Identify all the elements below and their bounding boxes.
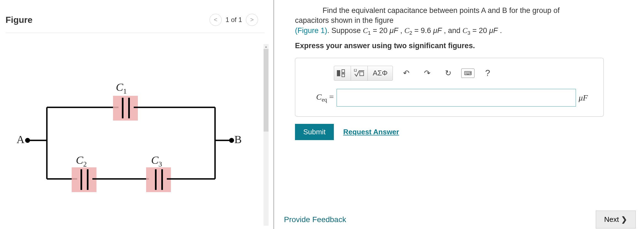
pager-label: 1 of 1 <box>226 16 242 24</box>
node-a-label: A <box>17 133 25 146</box>
reset-button[interactable]: ↻ <box>440 66 456 80</box>
figure-title: Figure <box>6 15 33 25</box>
prev-figure-button[interactable]: < <box>210 14 222 26</box>
svg-rect-13 <box>72 167 96 192</box>
svg-rect-27 <box>360 72 364 76</box>
svg-rect-17 <box>146 167 171 192</box>
figure-link[interactable]: (Figure 1) <box>295 26 327 35</box>
greek-button[interactable]: ΑΣΦ <box>368 66 393 80</box>
radical-icon <box>354 69 365 77</box>
figure-scrollbar[interactable]: ▲ <box>264 44 269 226</box>
node-b-label: B <box>234 133 242 146</box>
c1-label: C1 <box>116 81 127 95</box>
svg-rect-25 <box>342 74 345 77</box>
help-button[interactable]: ? <box>480 66 495 80</box>
radical-button[interactable] <box>351 66 368 80</box>
c2-label: C2 <box>76 154 87 168</box>
figure-header: Figure < 1 of 1 > <box>6 6 265 33</box>
chevron-left-icon: < <box>214 16 218 23</box>
answer-unit: μF <box>579 93 595 102</box>
answer-box: ΑΣΦ ↶ ↷ ↻ ⌨ ? Ceq = μF <box>295 58 604 117</box>
question-panel: Find the equivalent capacitance between … <box>284 0 644 229</box>
keyboard-button[interactable]: ⌨ <box>461 69 474 78</box>
footer-row: Provide Feedback Next ❯ <box>284 211 638 228</box>
svg-rect-23 <box>342 70 345 72</box>
chevron-right-icon: ❯ <box>621 215 627 224</box>
c3-label: C3 <box>151 154 162 168</box>
reset-icon: ↻ <box>445 69 451 78</box>
request-answer-link[interactable]: Request Answer <box>343 128 399 136</box>
answer-lhs: Ceq = <box>304 92 334 103</box>
circuit-diagram: A B C1 C2 C3 <box>11 66 254 220</box>
answer-input-row: Ceq = μF <box>304 89 595 107</box>
help-icon: ? <box>485 68 490 78</box>
redo-button[interactable]: ↷ <box>419 66 435 80</box>
next-label: Next <box>604 215 619 224</box>
submit-button[interactable]: Submit <box>295 124 334 140</box>
next-button[interactable]: Next ❯ <box>596 211 636 228</box>
figure-panel: Figure < 1 of 1 > A B <box>0 0 270 229</box>
svg-rect-26 <box>354 69 356 71</box>
answer-input[interactable] <box>337 89 576 107</box>
scroll-thumb[interactable] <box>264 49 269 132</box>
figure-pager: < 1 of 1 > <box>210 14 258 26</box>
problem-statement: Find the equivalent capacitance between … <box>323 6 638 37</box>
undo-button[interactable]: ↶ <box>398 66 414 80</box>
undo-icon: ↶ <box>403 69 409 78</box>
svg-rect-6 <box>113 96 138 121</box>
chevron-right-icon: > <box>250 16 254 23</box>
templates-button[interactable] <box>334 66 351 80</box>
instruction-text: Express your answer using two significan… <box>295 42 638 50</box>
fraction-template-icon <box>337 69 348 77</box>
scroll-up-icon: ▲ <box>264 44 269 49</box>
redo-icon: ↷ <box>424 69 430 78</box>
panel-divider <box>273 0 274 229</box>
keyboard-icon: ⌨ <box>464 70 472 77</box>
figure-body: A B C1 C2 C3 <box>6 39 254 204</box>
provide-feedback-link[interactable]: Provide Feedback <box>284 215 346 224</box>
answer-actions: Submit Request Answer <box>295 124 638 140</box>
next-figure-button[interactable]: > <box>246 14 258 26</box>
format-group: ΑΣΦ <box>334 66 393 81</box>
svg-rect-22 <box>337 70 340 76</box>
equation-toolbar: ΑΣΦ ↶ ↷ ↻ ⌨ ? <box>334 66 595 81</box>
